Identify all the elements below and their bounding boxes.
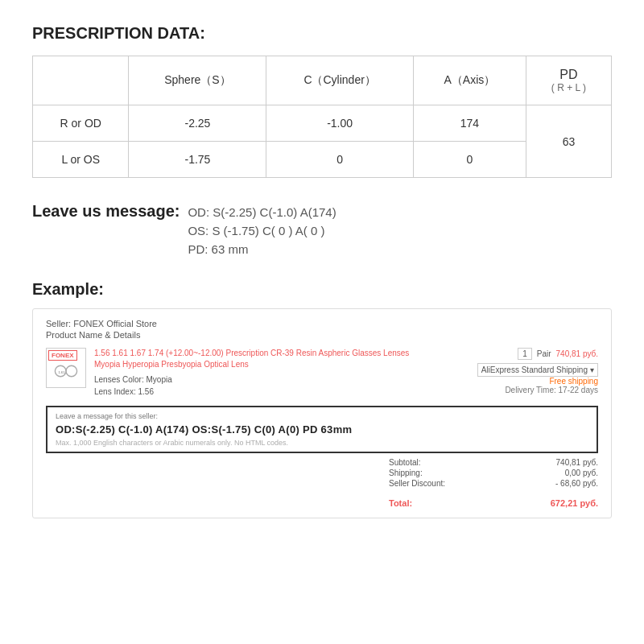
seller-message-box: Leave a message for this seller: OD:S(-2…: [46, 406, 598, 453]
table-row-los: L or OS -1.75 0 0: [33, 142, 612, 178]
svg-point-1: [66, 365, 77, 377]
product-thumbnail: FONEX 1.61: [46, 348, 86, 388]
lens-index: Lens Index: 1.56: [94, 386, 429, 398]
delivery-time: Delivery Time: 17-22 days: [505, 386, 598, 394]
row-label-los: L or OS: [33, 142, 129, 178]
subtotal-value: 740,81 руб.: [556, 458, 598, 467]
qty-price-row: 1 Pair 740,81 руб.: [518, 348, 598, 360]
row-sphere-rod: -2.25: [129, 105, 266, 142]
row-axis-los: 0: [413, 142, 526, 178]
message-limit-note: Max. 1,000 English characters or Arabic …: [56, 439, 588, 447]
grand-total-row: Total: 672,21 руб.: [389, 498, 598, 508]
pd-header-sub: ( R + L ): [535, 82, 603, 93]
quantity-box[interactable]: 1: [518, 348, 532, 360]
shipping-label: Shipping:: [389, 469, 423, 477]
total-label: Total:: [389, 498, 412, 508]
free-shipping-badge: Free shipping: [549, 377, 598, 386]
lenses-color-value: Myopia: [146, 375, 171, 384]
row-axis-rod: 174: [413, 105, 526, 142]
message-for-seller-text: OD:S(-2.25) C(-1.0) A(174) OS:S(-1.75) C…: [56, 423, 588, 436]
shipping-select[interactable]: AliExpress Standard Shipping ▾: [477, 363, 598, 377]
discount-row: Seller Discount: - 68,60 руб.: [389, 479, 598, 488]
row-cylinder-los: 0: [266, 142, 413, 178]
qty-unit: Pair: [537, 349, 551, 358]
leave-message-section: Leave us message: OD: S(-2.25) C(-1.0) A…: [32, 202, 612, 258]
lens-index-value: 1.56: [138, 387, 154, 396]
example-box: Seller: FONEX Official Store Product Nam…: [32, 308, 612, 518]
message-row: Leave us message: OD: S(-2.25) C(-1.0) A…: [32, 202, 612, 256]
table-header-cylinder: C（Cylinder）: [266, 56, 413, 105]
brand-label: FONEX: [48, 350, 77, 361]
shipping-value: 0,00 руб.: [565, 469, 598, 477]
message-for-seller-label: Leave a message for this seller:: [56, 412, 588, 420]
pd-header-main: PD: [535, 68, 603, 82]
message-lines: OD: S(-2.25) C(-1.0) A(174) OS: S (-1.75…: [188, 205, 336, 256]
example-seller: Seller: FONEX Official Store: [46, 319, 598, 328]
total-value: 672,21 руб.: [551, 498, 598, 508]
table-header-sphere: Sphere（S）: [129, 56, 266, 105]
message-line-3: PD: 63 mm: [188, 242, 336, 256]
message-label: Leave us message:: [32, 202, 180, 221]
table-row-rod: R or OD -2.25 -1.00 174 63: [33, 105, 612, 142]
lenses-color-label: Lenses Color:: [94, 375, 144, 384]
row-label-rod: R or OD: [33, 105, 129, 142]
product-description: 1.56 1.61 1.67 1.74 (+12.00~-12.00) Pres…: [94, 348, 429, 398]
table-header-pd: PD ( R + L ): [526, 56, 611, 105]
lenses-color: Lenses Color: Myopia: [94, 374, 429, 386]
product-title: 1.56 1.61 1.67 1.74 (+12.00~-12.00) Pres…: [94, 348, 429, 370]
totals-section: Subtotal: 740,81 руб. Shipping: 0,00 руб…: [46, 458, 598, 508]
discount-value: - 68,60 руб.: [555, 479, 598, 488]
pd-value-cell: 63: [526, 105, 611, 178]
item-price: 740,81 руб.: [556, 349, 598, 358]
prescription-title: PRESCRIPTION DATA:: [32, 24, 612, 43]
table-header-axis: A（Axis）: [413, 56, 526, 105]
message-line-1: OD: S(-2.25) C(-1.0) A(174): [188, 205, 336, 219]
dropdown-arrow-icon: ▾: [590, 365, 594, 374]
example-section: Example: Seller: FONEX Official Store Pr…: [32, 280, 612, 518]
shipping-row: Shipping: 0,00 руб.: [389, 469, 598, 477]
message-line-2: OS: S (-1.75) C( 0 ) A( 0 ): [188, 224, 336, 237]
subtotal-row: Subtotal: 740,81 руб.: [389, 458, 598, 467]
shipping-option-text: AliExpress Standard Shipping: [481, 365, 588, 374]
example-title: Example:: [32, 280, 612, 299]
row-cylinder-rod: -1.00: [266, 105, 413, 142]
prescription-table: Sphere（S） C（Cylinder） A（Axis） PD ( R + L…: [32, 56, 612, 178]
row-sphere-los: -1.75: [129, 142, 266, 178]
lens-svg-icon: 1.61: [52, 357, 80, 385]
lens-index-label: Lens Index:: [94, 387, 136, 396]
discount-label: Seller Discount:: [389, 479, 445, 488]
subtotal-label: Subtotal:: [389, 458, 420, 467]
svg-text:1.61: 1.61: [58, 370, 65, 374]
example-item-row: FONEX 1.61 1.56 1.61 1.67 1.74 (+12.00~-…: [46, 348, 598, 398]
table-header-empty: [33, 56, 129, 105]
example-product-label: Product Name & Details: [46, 330, 598, 340]
example-right-panel: 1 Pair 740,81 руб. AliExpress Standard S…: [437, 348, 598, 394]
